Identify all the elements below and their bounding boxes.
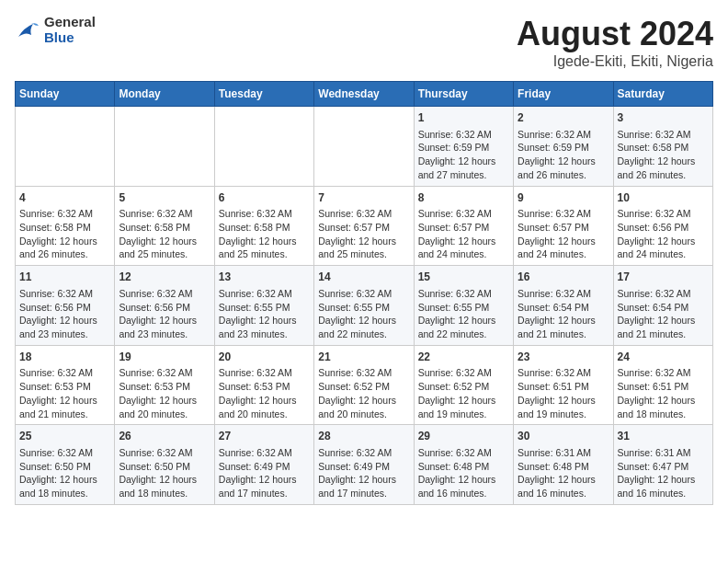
day-info: Sunrise: 6:32 AM	[418, 128, 509, 142]
day-info: Sunset: 6:52 PM	[318, 380, 409, 394]
calendar-cell	[214, 107, 313, 187]
calendar-cell: 13Sunrise: 6:32 AMSunset: 6:55 PMDayligh…	[214, 266, 313, 346]
calendar-cell: 12Sunrise: 6:32 AMSunset: 6:56 PMDayligh…	[115, 266, 214, 346]
day-number: 25	[19, 429, 110, 444]
day-info: Daylight: 12 hours	[318, 314, 409, 327]
calendar-week-3: 11Sunrise: 6:32 AMSunset: 6:56 PMDayligh…	[16, 266, 713, 346]
day-info: Sunset: 6:53 PM	[119, 380, 210, 394]
day-info: Sunrise: 6:32 AM	[119, 366, 210, 380]
day-info: Sunrise: 6:32 AM	[119, 446, 210, 460]
day-info: and 21 minutes.	[19, 408, 110, 421]
day-info: and 17 minutes.	[219, 487, 310, 500]
weekday-header-tuesday: Tuesday	[214, 82, 313, 107]
day-info: Sunrise: 6:32 AM	[518, 207, 609, 221]
day-info: and 23 minutes.	[219, 327, 310, 341]
day-info: Sunset: 6:54 PM	[618, 301, 709, 315]
calendar-cell: 25Sunrise: 6:32 AMSunset: 6:50 PMDayligh…	[16, 425, 115, 505]
day-info: Sunset: 6:59 PM	[418, 141, 509, 155]
day-number: 19	[119, 350, 210, 365]
day-info: and 20 minutes.	[119, 408, 210, 421]
day-info: Sunrise: 6:32 AM	[318, 446, 409, 460]
day-number: 13	[219, 270, 310, 285]
day-info: and 22 minutes.	[318, 327, 409, 341]
day-info: and 24 minutes.	[418, 247, 509, 261]
day-info: Daylight: 12 hours	[119, 473, 210, 487]
calendar-cell	[16, 107, 115, 187]
day-number: 9	[518, 190, 609, 206]
day-info: Sunrise: 6:32 AM	[618, 287, 709, 301]
day-number: 3	[618, 110, 709, 126]
day-info: and 16 minutes.	[418, 487, 509, 500]
day-info: Sunset: 6:48 PM	[518, 460, 609, 474]
day-info: Sunset: 6:53 PM	[219, 380, 310, 394]
day-number: 29	[418, 429, 509, 444]
day-info: Daylight: 12 hours	[219, 394, 310, 408]
calendar-cell: 27Sunrise: 6:32 AMSunset: 6:49 PMDayligh…	[214, 425, 313, 505]
calendar-cell: 23Sunrise: 6:32 AMSunset: 6:51 PMDayligh…	[514, 345, 613, 425]
day-info: Daylight: 12 hours	[418, 155, 509, 168]
day-info: and 19 minutes.	[518, 408, 609, 421]
calendar-cell: 10Sunrise: 6:32 AMSunset: 6:56 PMDayligh…	[613, 186, 712, 266]
day-info: and 16 minutes.	[518, 487, 609, 500]
day-info: Sunset: 6:55 PM	[318, 301, 409, 315]
day-info: Daylight: 12 hours	[119, 394, 210, 408]
day-info: Sunrise: 6:32 AM	[418, 446, 509, 460]
day-info: Daylight: 12 hours	[518, 394, 609, 408]
day-info: Sunrise: 6:32 AM	[19, 446, 110, 460]
calendar-cell: 1Sunrise: 6:32 AMSunset: 6:59 PMDaylight…	[414, 107, 513, 187]
day-info: Daylight: 12 hours	[318, 394, 409, 408]
day-info: Sunrise: 6:32 AM	[418, 287, 509, 301]
day-number: 5	[119, 190, 210, 206]
day-info: Daylight: 12 hours	[119, 235, 210, 248]
day-number: 17	[618, 270, 709, 285]
day-info: Daylight: 12 hours	[219, 473, 310, 487]
day-info: Daylight: 12 hours	[19, 235, 110, 248]
day-info: and 18 minutes.	[19, 487, 110, 500]
day-number: 14	[318, 270, 409, 285]
day-info: Daylight: 12 hours	[318, 235, 409, 248]
day-info: Sunset: 6:47 PM	[618, 460, 709, 474]
day-number: 18	[19, 350, 110, 365]
calendar-cell: 19Sunrise: 6:32 AMSunset: 6:53 PMDayligh…	[115, 345, 214, 425]
calendar-cell: 24Sunrise: 6:32 AMSunset: 6:51 PMDayligh…	[613, 345, 712, 425]
day-info: Daylight: 12 hours	[518, 473, 609, 487]
day-number: 1	[418, 110, 509, 126]
calendar-cell: 28Sunrise: 6:32 AMSunset: 6:49 PMDayligh…	[314, 425, 414, 505]
day-info: Daylight: 12 hours	[518, 155, 609, 168]
day-info: Sunset: 6:51 PM	[618, 380, 709, 394]
day-info: Sunrise: 6:32 AM	[418, 207, 509, 221]
day-info: and 21 minutes.	[518, 327, 609, 341]
day-info: and 23 minutes.	[19, 327, 110, 341]
day-info: and 26 minutes.	[618, 168, 709, 182]
weekday-header-thursday: Thursday	[414, 82, 513, 107]
day-info: Daylight: 12 hours	[418, 235, 509, 248]
day-info: Sunrise: 6:32 AM	[219, 446, 310, 460]
day-info: and 16 minutes.	[618, 487, 709, 500]
weekday-header-friday: Friday	[514, 82, 613, 107]
day-info: Sunrise: 6:32 AM	[19, 207, 110, 221]
day-info: Daylight: 12 hours	[618, 473, 709, 487]
page-header: General Blue August 2024 Igede-Ekiti, Ek…	[15, 15, 713, 70]
day-info: Sunset: 6:51 PM	[518, 380, 609, 394]
day-info: Sunset: 6:55 PM	[219, 301, 310, 315]
day-number: 10	[618, 190, 709, 206]
day-number: 26	[119, 429, 210, 444]
day-info: Sunset: 6:50 PM	[119, 460, 210, 474]
calendar-table: SundayMondayTuesdayWednesdayThursdayFrid…	[15, 81, 713, 505]
weekday-header-sunday: Sunday	[16, 82, 115, 107]
day-info: and 20 minutes.	[318, 408, 409, 421]
day-info: Sunrise: 6:32 AM	[318, 207, 409, 221]
logo-general: General	[44, 15, 96, 30]
day-info: Sunrise: 6:32 AM	[219, 366, 310, 380]
day-info: Sunset: 6:49 PM	[318, 460, 409, 474]
day-number: 22	[418, 350, 509, 365]
day-info: and 18 minutes.	[119, 487, 210, 500]
day-info: Sunrise: 6:32 AM	[119, 207, 210, 221]
day-info: and 17 minutes.	[318, 487, 409, 500]
calendar-cell: 15Sunrise: 6:32 AMSunset: 6:55 PMDayligh…	[414, 266, 513, 346]
calendar-cell: 21Sunrise: 6:32 AMSunset: 6:52 PMDayligh…	[314, 345, 414, 425]
page-subtitle: Igede-Ekiti, Ekiti, Nigeria	[517, 53, 713, 70]
day-info: and 25 minutes.	[219, 247, 310, 261]
calendar-cell: 11Sunrise: 6:32 AMSunset: 6:56 PMDayligh…	[16, 266, 115, 346]
day-number: 15	[418, 270, 509, 285]
